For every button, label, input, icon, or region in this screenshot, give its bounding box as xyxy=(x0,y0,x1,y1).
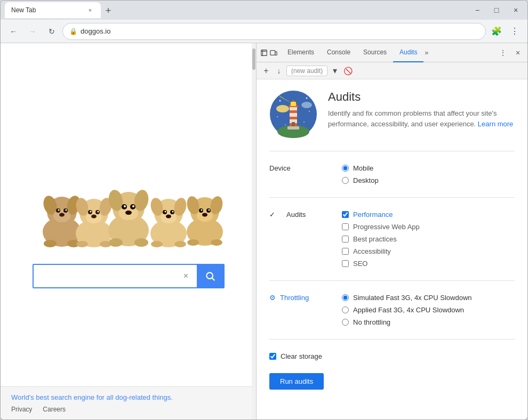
reload-button[interactable]: ↻ xyxy=(43,23,60,40)
svg-point-55 xyxy=(201,209,202,211)
svg-point-31 xyxy=(124,205,126,207)
audit-dropdown-icon[interactable]: ▾ xyxy=(330,66,340,76)
throttling-options: Simulated Fast 3G, 4x CPU Slowdown Appli… xyxy=(342,294,472,326)
search-bar[interactable]: × xyxy=(33,264,225,288)
devtools-more-menu[interactable]: ⋮ xyxy=(497,46,509,59)
svg-line-61 xyxy=(212,278,214,281)
device-mobile-option[interactable]: Mobile xyxy=(342,164,379,172)
browser-toolbar: ← → ↻ 🔒 doggos.io 🧩 ⋮ xyxy=(1,20,527,43)
tab-title: New Tab xyxy=(11,6,82,14)
svg-point-34 xyxy=(109,238,123,247)
minimize-button[interactable]: − xyxy=(470,3,485,18)
svg-point-66 xyxy=(279,100,281,102)
audit-block-icon[interactable]: 🚫 xyxy=(342,66,353,76)
scrollbar[interactable] xyxy=(252,43,256,419)
search-input[interactable] xyxy=(34,265,175,287)
throttling-label[interactable]: ⚙ Throttling xyxy=(269,294,333,302)
gear-icon: ⚙ xyxy=(269,294,276,302)
throttle-none[interactable]: No throttling xyxy=(342,318,472,326)
close-button[interactable]: × xyxy=(508,3,523,18)
audits-toolbar: + ↓ (new audit) ▾ 🚫 xyxy=(257,62,527,79)
active-tab[interactable]: New Tab × xyxy=(5,2,101,18)
svg-point-45 xyxy=(166,215,171,219)
devtools-close-button[interactable]: × xyxy=(511,46,524,59)
learn-more-link[interactable]: Learn more xyxy=(478,120,513,128)
tab-sources[interactable]: Sources xyxy=(357,43,393,62)
svg-point-58 xyxy=(187,239,199,246)
svg-point-59 xyxy=(211,239,222,246)
search-clear-button[interactable]: × xyxy=(175,265,197,287)
back-button[interactable]: ← xyxy=(5,23,22,40)
footer-tagline: World's best search engine for all dog-r… xyxy=(11,393,245,401)
svg-rect-83 xyxy=(292,122,295,126)
website-footer: World's best search engine for all dog-r… xyxy=(1,386,256,419)
divider-1 xyxy=(269,151,515,151)
search-button[interactable] xyxy=(197,265,223,287)
throttle-applied[interactable]: Applied Fast 3G, 4x CPU Slowdown xyxy=(342,306,472,314)
audit-seo[interactable]: SEO xyxy=(342,260,420,268)
audits-title: Audits xyxy=(328,90,515,104)
forward-button[interactable]: → xyxy=(24,23,41,40)
careers-link[interactable]: Careers xyxy=(43,406,66,413)
svg-rect-77 xyxy=(290,117,297,119)
svg-point-44 xyxy=(172,211,173,213)
new-audit-icon[interactable]: + xyxy=(261,66,271,76)
more-tabs-button[interactable]: » xyxy=(425,49,428,56)
svg-point-8 xyxy=(65,209,67,211)
devtools-actions: ⋮ × xyxy=(497,46,524,59)
audits-check-icon: ✓ xyxy=(269,211,282,219)
clear-storage-checkbox[interactable] xyxy=(269,353,276,360)
throttle-simulated[interactable]: Simulated Fast 3G, 4x CPU Slowdown xyxy=(342,294,472,302)
audit-best-practices[interactable]: Best practices xyxy=(342,235,420,243)
clear-storage-row[interactable]: Clear storage xyxy=(269,348,515,365)
inspect-icon[interactable] xyxy=(260,49,268,57)
svg-rect-76 xyxy=(290,110,297,113)
svg-point-60 xyxy=(206,272,213,279)
svg-point-70 xyxy=(285,124,286,125)
device-desktop-option[interactable]: Desktop xyxy=(342,176,379,184)
new-tab-button[interactable]: + xyxy=(101,3,116,18)
svg-point-7 xyxy=(58,209,59,211)
extensions-button[interactable]: 🧩 xyxy=(488,23,505,40)
audit-pwa[interactable]: Progressive Web App xyxy=(342,223,420,231)
svg-point-68 xyxy=(277,116,278,117)
svg-point-10 xyxy=(44,240,57,247)
svg-point-33 xyxy=(125,211,132,215)
audit-name-label[interactable]: (new audit) xyxy=(286,66,327,76)
download-audit-icon[interactable]: ↓ xyxy=(274,66,284,76)
tab-close-button[interactable]: × xyxy=(86,6,94,14)
scrollbar-thumb[interactable] xyxy=(252,49,255,70)
address-bar[interactable]: 🔒 doggos.io xyxy=(62,23,486,40)
device-section: Device Mobile Desktop xyxy=(269,160,515,189)
security-icon: 🔒 xyxy=(69,28,77,35)
audit-performance[interactable]: Performance xyxy=(342,211,420,219)
audits-section-label: ✓ Audits xyxy=(269,211,333,219)
privacy-link[interactable]: Privacy xyxy=(11,406,32,413)
divider-3 xyxy=(269,280,515,281)
toolbar-actions: 🧩 ⋮ xyxy=(488,23,523,40)
svg-point-22 xyxy=(76,241,88,247)
lighthouse-logo xyxy=(269,90,317,138)
menu-button[interactable]: ⋮ xyxy=(506,23,523,40)
audit-accessibility[interactable]: Accessibility xyxy=(342,247,420,255)
url-text: doggos.io xyxy=(81,27,479,35)
responsive-icon[interactable] xyxy=(269,49,278,57)
run-audits-button[interactable]: Run audits xyxy=(269,373,324,390)
tab-console[interactable]: Console xyxy=(321,43,357,62)
svg-point-73 xyxy=(301,102,312,108)
svg-point-56 xyxy=(208,209,210,211)
tab-elements[interactable]: Elements xyxy=(281,43,321,62)
svg-point-57 xyxy=(202,213,207,217)
svg-point-20 xyxy=(97,211,99,213)
svg-point-21 xyxy=(91,215,97,219)
maximize-button[interactable]: □ xyxy=(489,3,504,18)
divider-2 xyxy=(269,197,515,198)
device-options: Mobile Desktop xyxy=(342,164,379,184)
devtools-panel: Elements Console Sources Audits » ⋮ × xyxy=(257,43,527,419)
svg-point-35 xyxy=(134,238,148,247)
website-panel: × World's best search engine for all dog… xyxy=(1,43,257,419)
svg-point-69 xyxy=(309,111,310,112)
svg-point-19 xyxy=(90,211,91,213)
audits-header: Audits Identify and fix common problems … xyxy=(269,90,515,138)
tab-audits[interactable]: Audits xyxy=(393,43,423,62)
